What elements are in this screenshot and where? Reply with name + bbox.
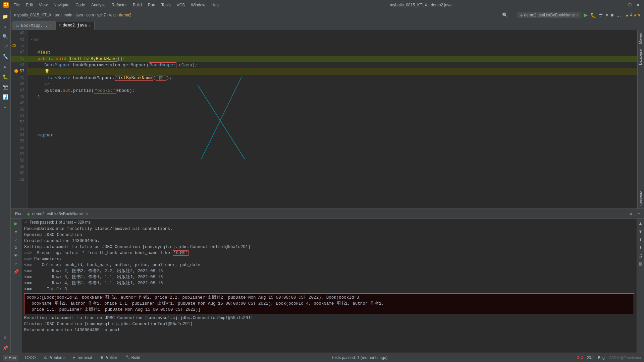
sidebar-pin-icon[interactable]: 📌 [1,343,10,353]
breadcrumb-com[interactable]: com [86,13,94,17]
print-icon[interactable]: 🖨 [637,252,644,259]
run-rerun-icon[interactable]: » [13,228,19,235]
output-line-16: Closing JDBC Connection [com.mysql.cj.jd… [24,321,634,327]
minimize-panel-icon[interactable]: ─ [636,210,642,217]
sidebar-git-icon[interactable]: ⎇ [1,42,10,51]
todo-label: TODO [24,355,36,360]
csdn-watermark: CSDN @Terminator [609,356,641,360]
close-run-icon[interactable]: ✕ [85,212,89,216]
breadcrumb-java[interactable]: java [75,13,83,17]
breadcrumb-src[interactable]: src [55,13,60,17]
close-icon-demo2[interactable]: ✕ [89,23,91,28]
structure-tab[interactable]: Structure [638,188,644,208]
close-button[interactable]: ✕ [635,2,641,8]
run-scroll-icon[interactable]: ↩ [13,260,19,267]
pass-icon: ✓ [24,220,28,225]
debug-button[interactable]: 🐛 [590,12,596,18]
menu-build[interactable]: Build [130,2,145,8]
coverage-button[interactable]: ☂ [599,12,603,18]
menu-file[interactable]: File [11,2,22,8]
align-top-icon[interactable]: ⬆ [637,236,644,243]
delete-icon[interactable]: 🗑 [637,260,644,267]
sidebar-project-icon[interactable]: 📁 [1,12,10,21]
chevron-down-icon: ▾ [576,13,578,17]
todo-tab[interactable]: TODO [22,355,38,361]
sidebar-bookmark-icon[interactable]: ★ [1,22,10,31]
run-panel-tabs: Run: ◈ demo2.testListByBookName ✕ ⚙ ─ [11,209,644,219]
test-result-text: Tests passed: 1 of 1 test – 329 ms [30,220,91,225]
run-status-label: Run [9,355,16,360]
file-tabs: 🗂 BookMapp... ✕ © demo2.java ✕ [11,20,644,30]
sidebar-find-icon[interactable]: 🔍 [1,32,10,41]
database-tab[interactable]: Database [638,47,644,68]
run-filter-icon[interactable]: ⊘ [13,244,19,251]
breadcrumb-project[interactable]: mybatis_0815_KTLX [14,13,51,17]
tab-label: BookMapp... [21,23,48,28]
terminal-label: Terminal [77,355,92,360]
run-status-tab[interactable]: ▶ Run [3,355,18,361]
sidebar-structure-icon[interactable]: ≡ [1,333,10,343]
scroll-down-icon[interactable]: ▼ [637,228,644,235]
run-config-selector[interactable]: ◈ demo2.testListByBookName ▾ [517,12,581,18]
scroll-up-icon[interactable]: ▲ [637,220,644,227]
error-indicator: ⊗ 2 [577,355,583,360]
maven-tab[interactable]: Maven [638,30,644,47]
menu-tools[interactable]: Tools [159,2,173,8]
align-bottom-icon[interactable]: ⬇ [637,244,644,251]
settings-icon[interactable]: ⚙ [628,210,634,217]
menu-vcs[interactable]: VCS [174,2,188,8]
run-pin-icon[interactable]: 📌 [13,268,19,275]
close-icon[interactable]: ✕ [49,23,52,28]
profiler-tab[interactable]: ⊕ Profiler [98,355,119,361]
problems-tab[interactable]: ⚠ Problems [42,355,67,361]
build-tab[interactable]: 🔨 Build [123,355,143,361]
sidebar-camera-icon[interactable]: 📷 [1,82,10,92]
sidebar-profiler-icon[interactable]: 📊 [1,92,10,102]
status-bar: ▶ Run TODO ⚠ Problems ▸ Terminal ⊕ Profi… [0,353,644,362]
run-button[interactable]: ▶ [584,12,588,18]
run-eye-icon[interactable]: 👁 [13,252,19,259]
menu-analyze[interactable]: Analyze [89,2,108,8]
run-config-icon: ◈ [520,13,523,17]
search-icon[interactable]: 🔍 [502,12,508,18]
terminal-icon: ▸ [73,355,75,360]
sidebar-run-icon[interactable]: ▶ [1,62,10,71]
output-line-5: ==> Preparing: select * from tb_book whe… [24,250,634,256]
maximize-button[interactable]: □ [627,2,633,8]
tab-bookmapper[interactable]: 🗂 BookMapp... ✕ [12,21,55,30]
breadcrumb-main[interactable]: main [63,13,72,17]
menu-view[interactable]: View [36,2,50,8]
more-run-options[interactable]: ▾ [606,12,608,18]
run-output-content: ✓ Tests passed: 1 of 1 test – 329 ms Poo… [21,219,637,353]
sidebar-debug-icon[interactable]: 🐛 [1,72,10,81]
menu-edit[interactable]: Edit [23,2,36,8]
sidebar-build-icon[interactable]: 🔧 [1,52,10,61]
menu-code[interactable]: Code [73,2,88,8]
terminal-tab[interactable]: ▸ Terminal [71,355,94,361]
menu-run[interactable]: Run [145,2,158,8]
run-start-icon[interactable]: ▶ [13,220,19,227]
run-config-name: demo2.testListByBookName [32,212,83,216]
output-highlighted-box: book5:[Book(bookId=2, bookName=图书2, auth… [24,293,634,314]
run-test-icon[interactable]: ✓ [13,236,19,243]
encoding-indicator: Bng [598,356,605,360]
problems-icon: ⚠ [44,355,47,360]
left-sidebar: 📁 ★ 🔍 ⎇ 🔧 ▶ 🐛 📷 📊 ↩ ≡ 📌 [0,10,11,353]
minimize-button[interactable]: ─ [619,2,625,8]
tab-demo2[interactable]: © demo2.java ✕ [55,21,95,30]
menu-navigate[interactable]: Navigate [51,2,72,8]
toolbar-more[interactable]: … [616,12,621,18]
run-icon: ◈ [27,212,30,216]
file-icon-active: © [59,24,61,27]
menu-help[interactable]: Help [209,2,222,8]
breadcrumb-demo2[interactable]: demo2 [119,13,131,17]
menu-refactor[interactable]: Refactor [109,2,129,8]
stop-button[interactable]: ■ [611,12,613,18]
sidebar-history-icon[interactable]: ↩ [1,102,10,112]
output-line-11: <== Total: 3 [24,286,634,292]
code-editor[interactable]: <se @Test public void testListByBookName… [28,30,637,208]
menu-window[interactable]: Window [188,2,208,8]
breadcrumb-yzh7[interactable]: yzh7 [97,13,106,17]
breadcrumb-test[interactable]: test [109,13,115,17]
build-icon: 🔨 [125,355,130,360]
